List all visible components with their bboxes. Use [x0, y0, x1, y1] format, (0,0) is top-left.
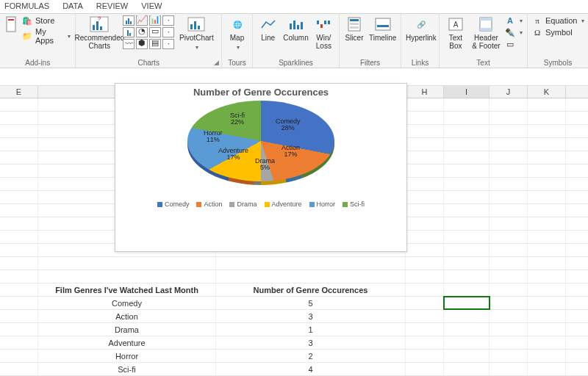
cell[interactable]: [490, 336, 528, 349]
col-header-J[interactable]: J: [490, 86, 528, 98]
cell[interactable]: [406, 217, 444, 230]
cell[interactable]: [444, 112, 490, 124]
grid-row[interactable]: Horror2: [0, 350, 588, 363]
store-button[interactable]: 🛍️Store: [22, 15, 71, 26]
cell[interactable]: [444, 151, 490, 164]
recommended-charts-button[interactable]: ? Recommended Charts: [80, 15, 118, 50]
cell[interactable]: [444, 283, 490, 296]
cell[interactable]: [528, 98, 566, 111]
addins-icon[interactable]: [4, 15, 18, 33]
cell[interactable]: [490, 138, 528, 151]
cell[interactable]: [490, 297, 528, 309]
tab-data[interactable]: DATA: [62, 1, 83, 10]
cell[interactable]: [528, 323, 566, 336]
cell[interactable]: [0, 125, 38, 137]
cell[interactable]: [528, 125, 566, 137]
cell[interactable]: Sci-fi: [38, 363, 216, 375]
cell[interactable]: [528, 178, 566, 190]
cell[interactable]: [0, 363, 38, 375]
slicer-button[interactable]: Slicer: [344, 15, 365, 43]
cell[interactable]: [490, 164, 528, 177]
cell[interactable]: [406, 112, 444, 124]
signature-button[interactable]: ✒️▾: [505, 27, 523, 37]
cell[interactable]: [406, 244, 444, 256]
grid-row[interactable]: Action3: [0, 310, 588, 323]
chart-type-gallery[interactable]: 📈 📊 · ◔ ▭ · 〰 ⬢ ▤ ·: [123, 15, 174, 49]
cell[interactable]: [490, 323, 528, 336]
cell[interactable]: [406, 270, 444, 283]
cell[interactable]: [406, 178, 444, 190]
cell[interactable]: [444, 217, 490, 230]
cell[interactable]: 3: [216, 310, 406, 322]
cell[interactable]: [0, 270, 38, 283]
cell[interactable]: [490, 178, 528, 190]
map-button[interactable]: 🌐 Map▾: [226, 15, 248, 51]
cell[interactable]: [406, 283, 444, 296]
cell[interactable]: [490, 151, 528, 164]
cell[interactable]: [444, 336, 490, 349]
tab-review[interactable]: REVIEW: [96, 1, 128, 10]
cell[interactable]: [528, 350, 566, 362]
cell[interactable]: [38, 257, 216, 270]
cell[interactable]: [406, 323, 444, 336]
col-header-E[interactable]: E: [0, 86, 38, 98]
cell[interactable]: Comedy: [38, 297, 216, 309]
cell[interactable]: [406, 231, 444, 243]
sparkline-winloss-button[interactable]: Win/ Loss: [313, 15, 334, 50]
cell[interactable]: [406, 151, 444, 164]
tab-view[interactable]: VIEW: [141, 1, 162, 10]
cell[interactable]: [444, 125, 490, 137]
cell[interactable]: [444, 323, 490, 336]
grid-row[interactable]: [0, 270, 588, 283]
cell[interactable]: [444, 270, 490, 283]
cell[interactable]: 5: [216, 297, 406, 309]
cell[interactable]: [406, 336, 444, 349]
cell[interactable]: [490, 191, 528, 203]
grid-row[interactable]: Film Genres I've Watched Last MonthNumbe…: [0, 283, 588, 297]
cell[interactable]: [528, 217, 566, 230]
charts-dialog-launcher[interactable]: ◢: [212, 59, 220, 66]
cell[interactable]: Number of Genre Occurences: [216, 283, 406, 296]
cell[interactable]: [406, 191, 444, 203]
col-header-I[interactable]: I: [444, 86, 490, 98]
cell[interactable]: 3: [216, 336, 406, 349]
cell[interactable]: [0, 231, 38, 243]
worksheet-grid[interactable]: E F G H I J K Film Genres I've Watched L…: [0, 68, 588, 376]
symbol-button[interactable]: ΩSymbol: [532, 27, 584, 37]
cell[interactable]: [406, 363, 444, 375]
grid-row[interactable]: [0, 257, 588, 270]
col-header-K[interactable]: K: [528, 86, 566, 98]
cell[interactable]: [216, 257, 406, 270]
cell[interactable]: [216, 270, 406, 283]
embedded-pie-chart[interactable]: Number of Genre Occurences Comedy 28% Ac…: [115, 83, 407, 252]
cell[interactable]: [490, 112, 528, 124]
cell[interactable]: [528, 204, 566, 217]
cell[interactable]: [490, 363, 528, 375]
cell[interactable]: Drama: [38, 323, 216, 336]
cell[interactable]: [444, 350, 490, 362]
cell[interactable]: [528, 363, 566, 375]
cell[interactable]: [490, 125, 528, 137]
sparkline-line-button[interactable]: Line: [257, 15, 279, 43]
cell[interactable]: [490, 217, 528, 230]
hyperlink-button[interactable]: 🔗Hyperlink: [406, 15, 437, 43]
grid-row[interactable]: Sci-fi4: [0, 363, 588, 376]
cell[interactable]: [444, 98, 490, 111]
cell[interactable]: [490, 350, 528, 362]
cell[interactable]: [406, 125, 444, 137]
cell[interactable]: [444, 178, 490, 190]
cell[interactable]: [528, 112, 566, 124]
cell[interactable]: [0, 112, 38, 124]
cell[interactable]: [0, 164, 38, 177]
cell[interactable]: [0, 217, 38, 230]
cell[interactable]: [0, 178, 38, 190]
cell[interactable]: [0, 257, 38, 270]
cell[interactable]: [406, 310, 444, 322]
cell[interactable]: [528, 283, 566, 296]
cell[interactable]: 1: [216, 323, 406, 336]
cell[interactable]: [528, 164, 566, 177]
cell[interactable]: [444, 138, 490, 151]
cell[interactable]: [406, 204, 444, 217]
headerfooter-button[interactable]: Header & Footer: [472, 15, 501, 50]
cell[interactable]: Action: [38, 310, 216, 322]
